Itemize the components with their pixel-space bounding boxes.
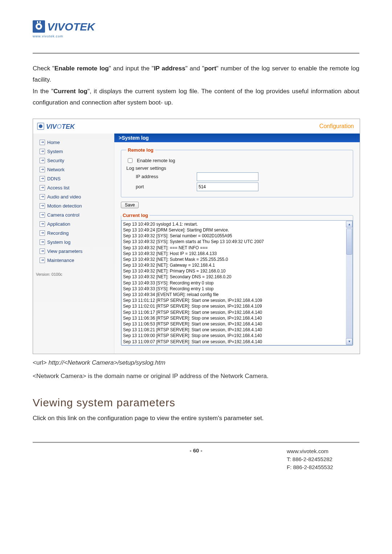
sidebar-item-label: Motion detection	[47, 203, 82, 209]
section-text: Click on this link on the configuration …	[33, 413, 359, 424]
sidebar-item-audio-video[interactable]: ➔Audio and video	[36, 192, 114, 201]
enable-remote-log-checkbox[interactable]	[128, 158, 132, 163]
brand-logo: VIVOTEK www.vivotek.com	[33, 18, 109, 38]
scroll-up-icon[interactable]: ▴	[346, 221, 352, 227]
screenshot-brand-text: VIVOTEK	[46, 123, 75, 130]
sidebar-item-view-parameters[interactable]: ➔View parameters	[36, 247, 114, 256]
footer-site: www.vivotek.com	[287, 447, 359, 455]
footer-rule	[33, 442, 359, 443]
log-server-settings-label: Log server settings	[126, 165, 348, 172]
sidebar-item-ddns[interactable]: ➔DDNS	[36, 174, 114, 183]
expand-icon: ➔	[40, 249, 45, 254]
current-log-textarea[interactable]: Sep 13 10:49:20 syslogd 1.4.1: restart. …	[121, 220, 353, 345]
expand-icon: ➔	[40, 221, 45, 227]
expand-icon: ➔	[40, 258, 45, 263]
sidebar-item-system-log[interactable]: ➔System log	[36, 238, 114, 247]
sidebar-item-label: Camera control	[47, 212, 79, 218]
expand-icon: ➔	[40, 212, 45, 218]
scrollbar[interactable]: ▴ ▾	[346, 221, 352, 345]
intro-paragraph-1: Check "Enable remote log" and input the …	[33, 63, 359, 86]
svg-point-7	[39, 124, 42, 128]
tab-system-log: >System log	[114, 134, 360, 142]
brand-url: www.vivotek.com	[33, 35, 109, 38]
sidebar-item-access-list[interactable]: ➔Access list	[36, 183, 114, 192]
sidebar-item-label: DDNS	[47, 176, 61, 181]
sidebar-item-label: Security	[47, 158, 64, 163]
expand-icon: ➔	[40, 167, 45, 172]
footer-tel: T: 886-2-82455282	[287, 455, 359, 463]
sidebar-item-system[interactable]: ➔System	[36, 147, 114, 156]
intro-paragraph-2: In the "Current log", it displays the cu…	[33, 86, 359, 108]
sidebar-item-label: System log	[47, 239, 70, 245]
sidebar-item-label: Home	[47, 140, 60, 145]
ip-address-label: IP address	[136, 174, 194, 179]
expand-icon: ➔	[40, 158, 45, 163]
sidebar-item-recording[interactable]: ➔Recording	[36, 229, 114, 238]
enable-remote-log-label: Enable remote log	[137, 158, 175, 163]
remote-log-group: Remote log Enable remote log Log server …	[121, 147, 353, 197]
url-note: <Network Camera> is the domain name or o…	[33, 370, 359, 382]
sidebar-item-label: Audio and video	[47, 194, 81, 200]
sidebar-item-maintenance[interactable]: ➔Maintenance	[36, 256, 114, 265]
save-button[interactable]: Save	[121, 202, 139, 208]
expand-icon: ➔	[40, 194, 45, 200]
svg-point-2	[37, 25, 40, 28]
sidebar-item-home[interactable]: ➔Home	[36, 138, 114, 147]
sidebar-item-network[interactable]: ➔Network	[36, 165, 114, 174]
expand-icon: ➔	[40, 176, 45, 181]
section-heading: Viewing system parameters	[33, 397, 359, 409]
header-rule	[33, 53, 359, 54]
sidebar-item-label: Maintenance	[47, 258, 74, 263]
url-caption: <url> http://<Network Camera>/setup/sysl…	[33, 357, 359, 368]
svg-rect-4	[40, 21, 41, 23]
sidebar-item-camera-control[interactable]: ➔Camera control	[36, 210, 114, 219]
expand-icon: ➔	[40, 203, 45, 209]
current-log-legend: Current log	[121, 213, 150, 218]
sidebar: ➔Home ➔System ➔Security ➔Network ➔DDNS ➔…	[33, 134, 114, 354]
svg-text:VIVOTEK: VIVOTEK	[47, 21, 96, 33]
screenshot-header: VIVOTEK Configuration	[33, 119, 360, 134]
expand-icon: ➔	[40, 140, 45, 145]
configuration-label[interactable]: Configuration	[319, 123, 354, 130]
remote-log-legend: Remote log	[126, 147, 155, 153]
port-input[interactable]	[197, 182, 258, 191]
page-footer: - 60 - www.vivotek.com T: 886-2-82455282…	[33, 447, 359, 471]
sidebar-item-motion-detection[interactable]: ➔Motion detection	[36, 201, 114, 210]
current-log-group: Current log Sep 13 10:49:20 syslogd 1.4.…	[121, 213, 353, 346]
svg-rect-3	[37, 21, 38, 23]
screenshot-brand: VIVOTEK	[37, 121, 84, 131]
expand-icon: ➔	[40, 239, 45, 245]
sidebar-item-security[interactable]: ➔Security	[36, 156, 114, 165]
port-label: port	[136, 184, 194, 189]
expand-icon: ➔	[40, 230, 45, 236]
sidebar-item-label: Access list	[47, 185, 69, 190]
expand-icon: ➔	[40, 149, 45, 154]
version-text: Version: 0100c	[36, 272, 114, 276]
expand-icon: ➔	[40, 185, 45, 190]
sidebar-item-label: Application	[47, 221, 70, 227]
page-number: - 60 -	[105, 447, 287, 454]
sidebar-item-application[interactable]: ➔Application	[36, 219, 114, 229]
sidebar-item-label: View parameters	[47, 249, 82, 254]
main-panel: >System log Remote log Enable remote log…	[114, 134, 360, 354]
ip-address-input[interactable]	[197, 172, 258, 181]
config-screenshot: VIVOTEK Configuration ➔Home ➔System ➔Sec…	[33, 119, 360, 354]
scroll-thumb[interactable]	[346, 229, 352, 255]
scroll-down-icon[interactable]: ▾	[346, 338, 352, 345]
footer-fax: F: 886-2-82455532	[287, 463, 359, 471]
sidebar-item-label: Network	[47, 167, 65, 172]
sidebar-item-label: System	[47, 149, 63, 154]
sidebar-item-label: Recording	[47, 230, 69, 236]
